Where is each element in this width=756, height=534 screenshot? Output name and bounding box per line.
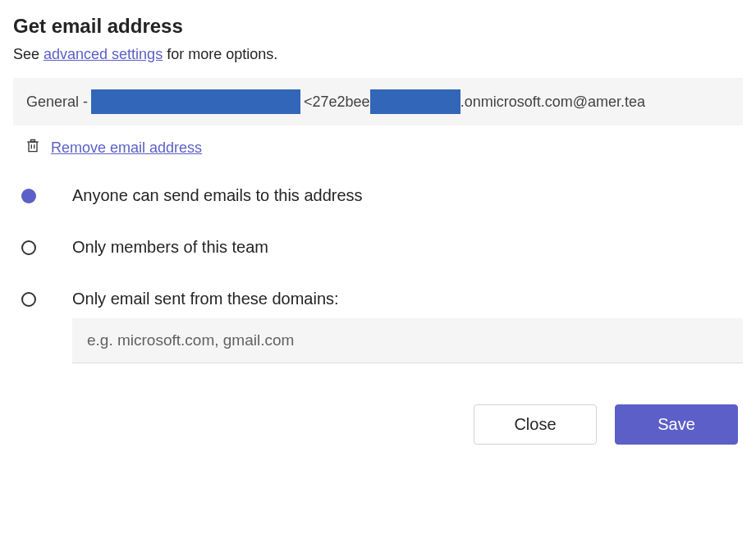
button-row: Close Save: [13, 404, 743, 445]
subtitle-prefix: See: [13, 46, 44, 62]
radio-members[interactable]: Only members of this team: [21, 238, 743, 257]
radio-anyone-label: Anyone can send emails to this address: [72, 186, 363, 205]
close-button[interactable]: Close: [474, 404, 597, 445]
radio-unselected-icon: [21, 240, 36, 255]
email-suffix: .onmicrosoft.com@amer.tea: [460, 94, 645, 111]
domain-input[interactable]: [72, 318, 743, 363]
remove-email-row[interactable]: Remove email address: [25, 137, 743, 158]
radio-unselected-icon: [21, 292, 36, 307]
email-mid: <27e2bee: [304, 94, 370, 111]
dialog-title: Get email address: [13, 15, 743, 38]
dialog-subtitle: See advanced settings for more options.: [13, 46, 743, 63]
radio-members-label: Only members of this team: [72, 238, 268, 257]
subtitle-suffix: for more options.: [163, 46, 277, 62]
email-prefix: General -: [26, 94, 88, 111]
trash-icon: [25, 137, 41, 158]
radio-domains[interactable]: Only email sent from these domains:: [21, 290, 743, 308]
radio-domains-label: Only email sent from these domains:: [72, 290, 339, 308]
save-button[interactable]: Save: [615, 404, 738, 445]
redacted-block: [91, 89, 300, 114]
radio-anyone[interactable]: Anyone can send emails to this address: [21, 186, 743, 205]
domain-input-wrap: [72, 318, 743, 363]
redacted-block: [370, 89, 460, 114]
radio-selected-icon: [21, 189, 36, 203]
remove-email-link[interactable]: Remove email address: [51, 139, 202, 157]
advanced-settings-link[interactable]: advanced settings: [44, 46, 163, 62]
email-address-box[interactable]: General - <27e2bee.onmicrosoft.com@amer.…: [13, 78, 743, 126]
